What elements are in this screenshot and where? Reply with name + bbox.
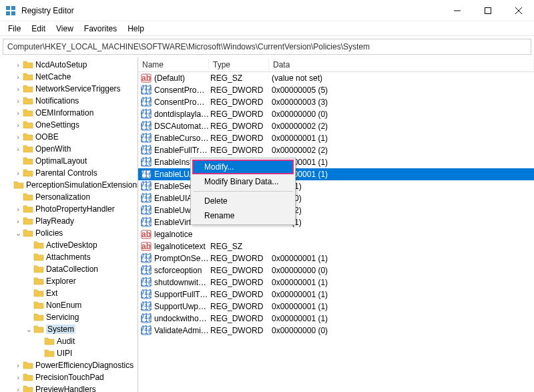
chevron-right-icon[interactable]: › xyxy=(13,205,23,213)
chevron-right-icon[interactable]: › xyxy=(13,373,23,381)
reg-binary-icon: 011110 xyxy=(141,145,152,156)
address-bar[interactable]: Computer\HKEY_LOCAL_MACHINE\SOFTWARE\Mic… xyxy=(3,39,531,55)
registry-value-row[interactable]: 011110PromptOnSecur...REG_DWORD0x0000000… xyxy=(138,252,534,264)
tree-node-policies[interactable]: ⌄Policies xyxy=(0,227,138,239)
value-name: EnableFullTrustS... xyxy=(154,146,210,155)
close-button[interactable] xyxy=(503,0,534,21)
tree-label: OptimalLayout xyxy=(35,156,87,166)
tree-label: OOBE xyxy=(35,132,59,142)
tree-node-precisiontouchpad[interactable]: ›PrecisionTouchPad xyxy=(0,371,138,383)
registry-value-row[interactable]: ab(Default)REG_SZ(value not set) xyxy=(138,72,534,84)
folder-icon xyxy=(23,384,33,392)
chevron-right-icon[interactable]: › xyxy=(13,97,23,105)
menu-view[interactable]: View xyxy=(51,23,79,35)
tree-node-photopropertyhandler[interactable]: ›PhotoPropertyHandler xyxy=(0,203,138,215)
chevron-right-icon[interactable]: › xyxy=(13,361,23,369)
tree-node-audit[interactable]: Audit xyxy=(0,335,138,347)
value-data: 0x00000001 (1) xyxy=(272,302,534,311)
value-data: 0x00000001 (1) xyxy=(272,254,534,263)
chevron-right-icon[interactable]: › xyxy=(13,169,23,177)
registry-value-row[interactable]: 011110ConsentPrompt...REG_DWORD0x0000000… xyxy=(138,84,534,96)
reg-binary-icon: 011110 xyxy=(141,181,152,192)
chevron-right-icon[interactable]: › xyxy=(13,73,23,81)
chevron-right-icon[interactable]: › xyxy=(13,145,23,153)
chevron-right-icon[interactable]: › xyxy=(13,385,23,392)
folder-icon xyxy=(23,108,33,118)
menu-edit[interactable]: Edit xyxy=(26,23,51,35)
tree-node-onesettings[interactable]: ›OneSettings xyxy=(0,119,138,131)
ctx-modify[interactable]: Modify... xyxy=(192,160,294,174)
tree-node-personalization[interactable]: Personalization xyxy=(0,191,138,203)
tree-node-attachments[interactable]: Attachments xyxy=(0,251,138,263)
chevron-right-icon[interactable]: › xyxy=(13,85,23,93)
chevron-down-icon[interactable]: ⌄ xyxy=(13,229,23,238)
tree-node-optimallayout[interactable]: OptimalLayout xyxy=(0,155,138,167)
registry-value-row[interactable]: 011110scforceoptionREG_DWORD0x00000000 (… xyxy=(138,264,534,276)
chevron-right-icon[interactable]: › xyxy=(13,121,23,129)
tree-node-datacollection[interactable]: DataCollection xyxy=(0,263,138,275)
registry-value-row[interactable]: 011110SupportFullTrust...REG_DWORD0x0000… xyxy=(138,288,534,301)
value-name: undockwithoutl... xyxy=(154,314,210,323)
value-data: 0x00000001 (1) xyxy=(272,158,534,167)
ctx-rename[interactable]: Rename xyxy=(192,208,294,223)
tree-panel[interactable]: ›NcdAutoSetup›NetCache›NetworkServiceTri… xyxy=(0,57,138,392)
menu-favorites[interactable]: Favorites xyxy=(79,23,122,35)
tree-label: System xyxy=(46,325,75,334)
registry-value-row[interactable]: 011110DSCAutomation...REG_DWORD0x0000000… xyxy=(138,120,534,132)
col-name[interactable]: Name xyxy=(138,59,209,71)
chevron-right-icon[interactable]: › xyxy=(13,133,23,141)
registry-value-row[interactable]: 011110SupportUwpStar...REG_DWORD0x000000… xyxy=(138,301,534,313)
registry-value-row[interactable]: 011110EnableCursorSu...REG_DWORD0x000000… xyxy=(138,132,534,144)
registry-value-row[interactable]: 011110undockwithoutl...REG_DWORD0x000000… xyxy=(138,313,534,325)
tree-node-playready[interactable]: ›PlayReady xyxy=(0,215,138,227)
tree-node-openwith[interactable]: ›OpenWith xyxy=(0,143,138,155)
reg-binary-icon: 011110 xyxy=(141,265,152,276)
tree-node-previewhandlers[interactable]: ›PreviewHandlers xyxy=(0,383,138,392)
tree-node-ext[interactable]: Ext xyxy=(0,287,138,299)
tree-node-netcache[interactable]: ›NetCache xyxy=(0,71,138,83)
tree-node-explorer[interactable]: Explorer xyxy=(0,275,138,287)
tree-node-system[interactable]: ⌄System xyxy=(0,323,138,335)
chevron-right-icon[interactable]: › xyxy=(13,217,23,225)
tree-node-oeminformation[interactable]: ›OEMInformation xyxy=(0,107,138,119)
menu-help[interactable]: Help xyxy=(122,23,150,35)
chevron-right-icon[interactable]: › xyxy=(13,61,23,69)
tree-node-networkservicetriggers[interactable]: ›NetworkServiceTriggers xyxy=(0,83,138,95)
registry-value-row[interactable]: 011110shutdownwitho...REG_DWORD0x0000000… xyxy=(138,276,534,288)
folder-icon xyxy=(23,120,33,130)
minimize-button[interactable] xyxy=(442,0,473,21)
tree-node-oobe[interactable]: ›OOBE xyxy=(0,131,138,143)
tree-node-uipi[interactable]: UIPI xyxy=(0,347,138,359)
tree-node-ncdautosetup[interactable]: ›NcdAutoSetup xyxy=(0,59,138,71)
value-data: 0x00000002 (2) xyxy=(272,122,534,131)
reg-binary-icon: 011110 xyxy=(141,85,152,95)
reg-binary-icon: 011110 xyxy=(141,301,152,312)
chevron-right-icon[interactable]: › xyxy=(13,109,23,117)
col-data[interactable]: Data xyxy=(269,59,534,71)
registry-value-row[interactable]: ablegalnotice xyxy=(138,228,534,240)
tree-node-notifications[interactable]: ›Notifications xyxy=(0,95,138,107)
tree-node-activedesktop[interactable]: ActiveDesktop xyxy=(0,239,138,251)
registry-value-row[interactable]: 011110ValidateAdminC...REG_DWORD0x000000… xyxy=(138,325,534,337)
chevron-down-icon[interactable]: ⌄ xyxy=(24,325,33,334)
tree-node-servicing[interactable]: Servicing xyxy=(0,311,138,323)
tree-node-perceptionsimulationextensions[interactable]: PerceptionSimulationExtensions xyxy=(0,179,138,191)
ctx-delete[interactable]: Delete xyxy=(192,194,294,208)
svg-text:110: 110 xyxy=(141,315,152,324)
tree-node-powerefficiencydiagnostics[interactable]: ›PowerEfficiencyDiagnostics xyxy=(0,359,138,371)
registry-value-row[interactable]: 011110EnableFullTrustS...REG_DWORD0x0000… xyxy=(138,144,534,156)
tree-node-nonenum[interactable]: NonEnum xyxy=(0,299,138,311)
value-list[interactable]: Name Type Data ab(Default)REG_SZ(value n… xyxy=(138,57,534,392)
maximize-button[interactable] xyxy=(473,0,503,21)
value-type: REG_DWORD xyxy=(210,266,272,275)
tree-node-parental-controls[interactable]: ›Parental Controls xyxy=(0,167,138,179)
registry-value-row[interactable]: ablegalnoticetextREG_SZ xyxy=(138,240,534,252)
registry-value-row[interactable]: 011110ConsentPrompt...REG_DWORD0x0000000… xyxy=(138,96,534,108)
registry-value-row[interactable]: 011110dontdisplaylastu...REG_DWORD0x0000… xyxy=(138,108,534,120)
tree-label: PlayReady xyxy=(35,216,74,226)
tree-label: Attachments xyxy=(46,252,91,262)
ctx-modify-binary[interactable]: Modify Binary Data... xyxy=(192,174,294,189)
menu-file[interactable]: File xyxy=(3,23,26,35)
col-type[interactable]: Type xyxy=(209,59,269,71)
folder-icon xyxy=(33,252,44,262)
